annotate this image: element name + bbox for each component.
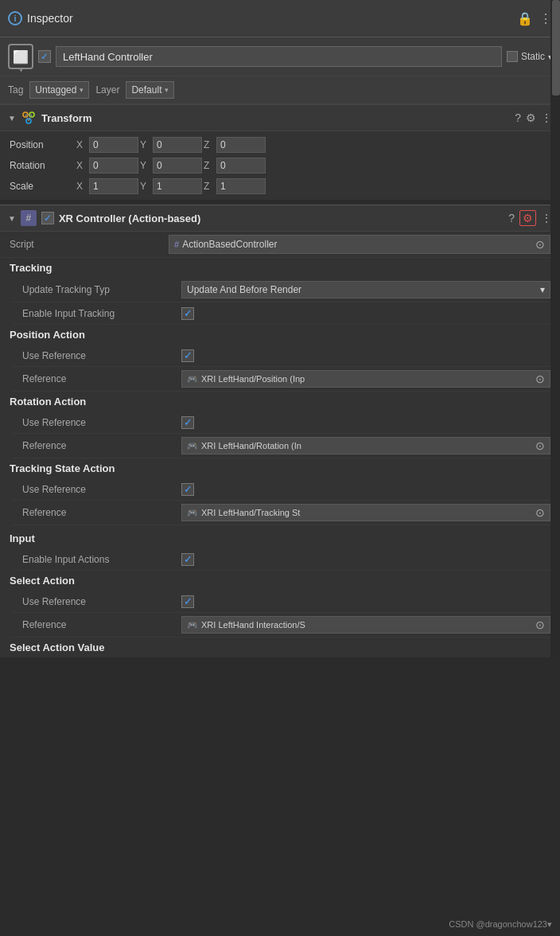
rotation-reference-row: Reference 🎮 XRI LeftHand/Rotation (In ⊙	[13, 434, 560, 458]
rotation-use-ref-value: ✓	[181, 416, 550, 429]
tracking-state-use-reference-checkbox[interactable]: ✓	[181, 483, 194, 496]
select-reference-row: Reference 🎮 XRI LeftHand Interaction/S ⊙	[13, 613, 560, 638]
transform-body: Position X Y Z Rotation X Y Z Scale	[0, 131, 560, 200]
layer-dropdown[interactable]: Default ▾	[126, 81, 174, 99]
update-tracking-dropdown[interactable]: Update And Before Render ▾	[181, 281, 550, 298]
info-icon: i	[8, 11, 22, 25]
position-reference-field[interactable]: 🎮 XRI LeftHand/Position (Inp ⊙	[181, 370, 550, 388]
position-use-reference-checkbox[interactable]: ✓	[181, 349, 194, 362]
tag-label: Tag	[8, 84, 23, 96]
tracking-state-action-header: Tracking State Action	[0, 458, 560, 478]
position-use-ref-value: ✓	[181, 349, 550, 362]
select-action-title: Select Action	[10, 575, 75, 587]
transform-icon	[21, 110, 37, 126]
rotation-reference-field[interactable]: 🎮 XRI LeftHand/Rotation (In ⊙	[181, 437, 550, 454]
tag-dropdown[interactable]: Untagged ▾	[29, 81, 89, 99]
rotation-ref-target-icon[interactable]: ⊙	[535, 439, 545, 452]
scale-y-label: Y	[140, 181, 151, 192]
position-ref-target-icon[interactable]: ⊙	[535, 372, 545, 385]
transform-settings-icon[interactable]: ⚙	[526, 111, 536, 124]
transform-section-name: Transform	[41, 112, 510, 124]
input-title: Input	[10, 532, 35, 544]
rotation-y-input[interactable]	[153, 158, 202, 174]
rotation-use-reference-checkbox[interactable]: ✓	[181, 416, 194, 429]
position-reference-row: Reference 🎮 XRI LeftHand/Position (Inp ⊙	[13, 367, 560, 392]
position-reference-value: 🎮 XRI LeftHand/Position (Inp ⊙	[181, 370, 550, 388]
rotation-z-input[interactable]	[216, 158, 266, 174]
rotation-use-ref-label: Use Reference	[22, 417, 181, 428]
tracking-subsection-header: Tracking	[0, 258, 560, 278]
xr-settings-icon[interactable]: ⚙	[519, 210, 536, 226]
xr-section-header[interactable]: ▼ # ✓ XR Controller (Action-based) ? ⚙ ⋮	[0, 205, 560, 232]
scale-x-input[interactable]	[89, 178, 138, 194]
pos-y-label: Y	[140, 139, 151, 150]
select-use-reference-row: Use Reference ✓	[13, 591, 560, 613]
scale-coords: X Y Z	[76, 178, 550, 194]
watermark: CSDN @dragonchow123▾	[449, 919, 552, 930]
pos-z-label: Z	[204, 139, 215, 150]
position-reference-label: Reference	[22, 373, 181, 384]
object-cube-icon: ⬜	[8, 44, 33, 69]
script-prop-label: Script	[10, 239, 169, 250]
object-name-field[interactable]	[56, 46, 502, 67]
layer-label: Layer	[95, 84, 119, 96]
scrollbar-thumb[interactable]	[552, 0, 560, 96]
script-name: ActionBasedController	[182, 239, 277, 250]
script-prop-value: # ActionBasedController ⊙	[169, 235, 550, 254]
position-action-header: Position Action	[0, 325, 560, 345]
static-row: Static ▾	[507, 51, 552, 62]
scale-x-label: X	[76, 181, 88, 192]
object-active-checkbox[interactable]: ✓	[38, 50, 51, 63]
update-tracking-row: Update Tracking Typ Update And Before Re…	[13, 278, 560, 302]
transform-help-icon[interactable]: ?	[515, 111, 521, 124]
update-tracking-value: Update And Before Render ▾	[181, 281, 550, 298]
tracking-state-ref-target-icon[interactable]: ⊙	[535, 506, 545, 519]
static-checkbox[interactable]	[507, 51, 518, 62]
enable-input-actions-label: Enable Input Actions	[22, 554, 181, 565]
select-use-reference-checkbox[interactable]: ✓	[181, 595, 194, 608]
position-ref-text: XRI LeftHand/Position (Inp	[201, 374, 532, 384]
enable-input-actions-value: ✓	[181, 553, 550, 566]
rotation-use-reference-row: Use Reference ✓	[13, 411, 560, 434]
transform-collapse-icon: ▼	[8, 114, 16, 123]
layer-dropdown-arrow: ▾	[165, 86, 169, 94]
rotation-x-input[interactable]	[89, 158, 138, 174]
xr-active-checkbox[interactable]: ✓	[41, 212, 54, 224]
xr-hash-icon: #	[21, 210, 37, 226]
select-use-ref-label: Use Reference	[22, 596, 181, 607]
position-y-input[interactable]	[153, 137, 202, 153]
position-z-input[interactable]	[216, 137, 266, 153]
tracking-state-reference-field[interactable]: 🎮 XRI LeftHand/Tracking St ⊙	[181, 504, 550, 521]
scale-z-label: Z	[204, 181, 215, 192]
enable-input-tracking-checkbox[interactable]: ✓	[181, 307, 194, 320]
inspector-title: Inspector	[27, 12, 73, 25]
script-field[interactable]: # ActionBasedController ⊙	[169, 235, 550, 254]
tracking-state-ref-text: XRI LeftHand/Tracking St	[201, 508, 532, 517]
lock-icon[interactable]: 🔒	[517, 11, 533, 26]
enable-input-actions-row: Enable Input Actions ✓	[13, 548, 560, 571]
position-use-ref-label: Use Reference	[22, 350, 181, 361]
rot-y-label: Y	[140, 160, 151, 171]
xr-help-icon[interactable]: ?	[508, 212, 515, 224]
position-coords: X Y Z	[76, 137, 550, 153]
scrollbar[interactable]	[550, 0, 560, 657]
transform-section-controls: ? ⚙ ⋮	[515, 111, 552, 124]
enable-input-tracking-value: ✓	[181, 307, 550, 320]
enable-input-tracking-label: Enable Input Tracking	[22, 308, 181, 319]
select-action-value-header: Select Action Value	[0, 638, 560, 657]
select-ref-target-icon[interactable]: ⊙	[535, 618, 545, 631]
transform-rotation-row: Rotation X Y Z	[0, 155, 560, 176]
select-reference-field[interactable]: 🎮 XRI LeftHand Interaction/S ⊙	[181, 616, 550, 634]
transform-section-header[interactable]: ▼ Transform ? ⚙ ⋮	[0, 104, 560, 131]
rotation-reference-label: Reference	[22, 440, 181, 451]
rotation-label: Rotation	[10, 160, 73, 171]
enable-input-actions-checkbox[interactable]: ✓	[181, 553, 194, 566]
scale-z-input[interactable]	[216, 178, 266, 194]
tracking-state-use-reference-row: Use Reference ✓	[13, 478, 560, 501]
select-use-ref-value: ✓	[181, 595, 550, 608]
script-target-icon[interactable]: ⊙	[535, 238, 545, 251]
scale-y-input[interactable]	[153, 178, 202, 194]
xr-section-controls: ? ⚙ ⋮	[508, 210, 552, 226]
rot-x-label: X	[76, 160, 88, 171]
position-x-input[interactable]	[89, 137, 138, 153]
